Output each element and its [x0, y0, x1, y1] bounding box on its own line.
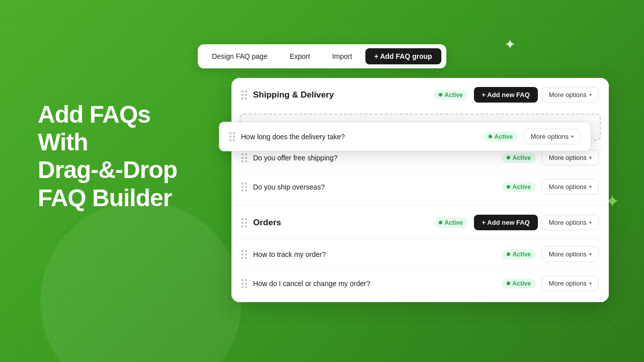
drag-handle-orders[interactable]	[242, 218, 247, 227]
chevron-down-icon: ▾	[589, 184, 592, 190]
shipping-group-actions: + Add new FAQ More options ▾	[474, 87, 599, 103]
faq-item: How do I cancel or change my order? Acti…	[231, 268, 609, 298]
hero-line1: Add FAQs	[38, 101, 177, 128]
chevron-down-icon: ▾	[571, 134, 574, 139]
orders-more-options-button[interactable]: More options ▾	[542, 215, 599, 230]
hero-line3: Drag-&-Drop	[38, 156, 177, 184]
drag-handle-shipping[interactable]	[242, 90, 247, 100]
drag-handle-delivery[interactable]	[229, 132, 235, 141]
import-button[interactable]: Import	[323, 48, 361, 64]
delivery-status-badge: Active	[484, 132, 518, 142]
shipping-more-options-button[interactable]: More options ▾	[542, 87, 599, 103]
shipping-add-faq-button[interactable]: + Add new FAQ	[474, 87, 538, 103]
chevron-down-icon: ▾	[589, 251, 592, 257]
chevron-down-icon: ▾	[589, 281, 592, 286]
delivery-actions: More options ▾	[524, 129, 581, 144]
orders-add-faq-button[interactable]: + Add new FAQ	[474, 215, 538, 230]
free-shipping-more-options-button[interactable]: More options ▾	[542, 150, 599, 165]
faq-group-orders-header: Orders Active + Add new FAQ More options…	[231, 206, 609, 239]
overseas-status-badge: Active	[502, 182, 536, 192]
free-shipping-actions: More options ▾	[542, 150, 599, 165]
orders-faq-items: How to track my order? Active More optio…	[231, 239, 609, 302]
shipping-status-badge: Active	[434, 90, 468, 100]
track-order-status-badge: Active	[502, 249, 536, 259]
orders-group-title: Orders	[253, 218, 428, 228]
drag-handle-free-shipping[interactable]	[242, 153, 247, 162]
drag-handle-overseas[interactable]	[242, 183, 247, 192]
faq-item: Do you ship overseas? Active More option…	[231, 172, 609, 201]
chevron-down-icon: ▾	[589, 220, 592, 225]
drag-handle-cancel-order[interactable]	[242, 279, 247, 288]
export-button[interactable]: Export	[281, 48, 319, 64]
chevron-down-icon: ▾	[589, 92, 592, 98]
cancel-order-actions: More options ▾	[542, 276, 599, 291]
faq-item-dragging: How long does the delivery take? Active …	[219, 122, 591, 151]
chevron-down-icon: ▾	[589, 155, 592, 160]
add-faq-group-button[interactable]: + Add FAQ group	[365, 48, 441, 64]
faq-group-shipping-header: Shipping & Delivery Active + Add new FAQ…	[231, 78, 609, 112]
faq-question-cancel-order: How do I cancel or change my order?	[253, 280, 496, 288]
track-order-actions: More options ▾	[542, 246, 599, 262]
faq-question-overseas: Do you ship overseas?	[253, 183, 496, 191]
faq-question-free-shipping: Do you offer free shipping?	[253, 154, 496, 162]
faq-item: How to track my order? Active More optio…	[231, 239, 609, 268]
hero-text: Add FAQs With Drag-&-Drop FAQ Builder	[38, 101, 177, 212]
main-panel: Shipping & Delivery Active + Add new FAQ…	[231, 78, 609, 302]
delivery-more-options-button[interactable]: More options ▾	[524, 129, 581, 144]
overseas-actions: More options ▾	[542, 179, 599, 195]
faq-question-delivery: How long does the delivery take?	[241, 133, 477, 141]
design-faq-page-button[interactable]: Design FAQ page	[203, 48, 277, 64]
orders-status-badge: Active	[434, 218, 468, 228]
shipping-group-title: Shipping & Delivery	[253, 90, 428, 100]
drag-handle-track-order[interactable]	[242, 250, 247, 259]
toolbar: Design FAQ page Export Import + Add FAQ …	[198, 44, 446, 68]
faq-group-orders: Orders Active + Add new FAQ More options…	[231, 206, 609, 302]
hero-line4: FAQ Builder	[38, 184, 177, 212]
cancel-order-more-options-button[interactable]: More options ▾	[542, 276, 599, 291]
track-order-more-options-button[interactable]: More options ▾	[542, 246, 599, 262]
overseas-more-options-button[interactable]: More options ▾	[542, 179, 599, 195]
faq-question-track-order: How to track my order?	[253, 250, 496, 258]
hero-line2: With	[38, 128, 177, 156]
orders-group-actions: + Add new FAQ More options ▾	[474, 215, 599, 230]
star-decoration-top: ✦	[504, 36, 516, 53]
cancel-order-status-badge: Active	[502, 279, 536, 289]
free-shipping-status-badge: Active	[502, 153, 536, 163]
